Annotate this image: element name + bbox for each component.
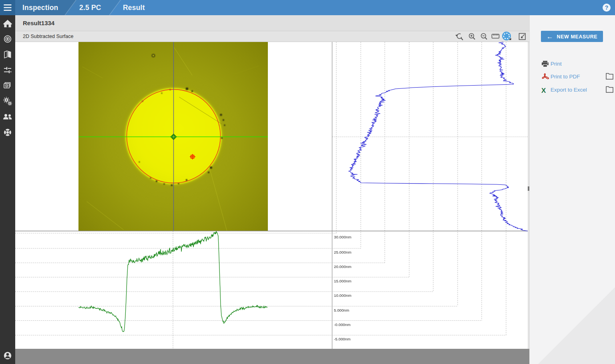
svg-text:30.000nm: 30.000nm <box>334 235 352 239</box>
svg-text:20.000nm: 20.000nm <box>334 264 352 269</box>
svg-text:25.000nm: 25.000nm <box>334 250 352 254</box>
svg-text:X: X <box>541 87 546 94</box>
svg-text:-0.000nm: -0.000nm <box>334 322 350 327</box>
svg-text:15.000nm: 15.000nm <box>334 279 352 283</box>
svg-text:5.000nm: 5.000nm <box>334 308 349 312</box>
svg-text:-5.000nm: -5.000nm <box>334 337 350 341</box>
svg-text:10.000nm: 10.000nm <box>334 293 352 298</box>
